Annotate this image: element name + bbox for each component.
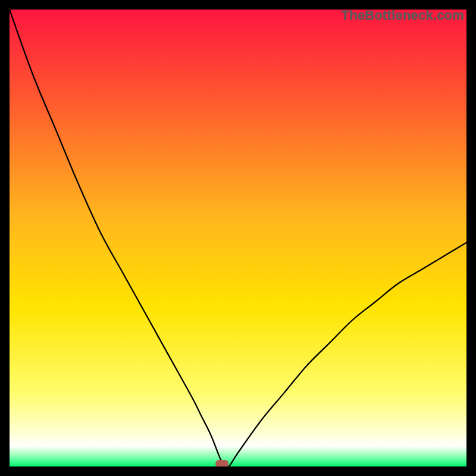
watermark-text: TheBottleneck.com <box>342 8 464 23</box>
bottleneck-curve <box>10 10 466 466</box>
optimum-marker <box>215 460 228 466</box>
chart-overlay <box>10 10 466 466</box>
chart-frame: TheBottleneck.com <box>10 10 466 466</box>
